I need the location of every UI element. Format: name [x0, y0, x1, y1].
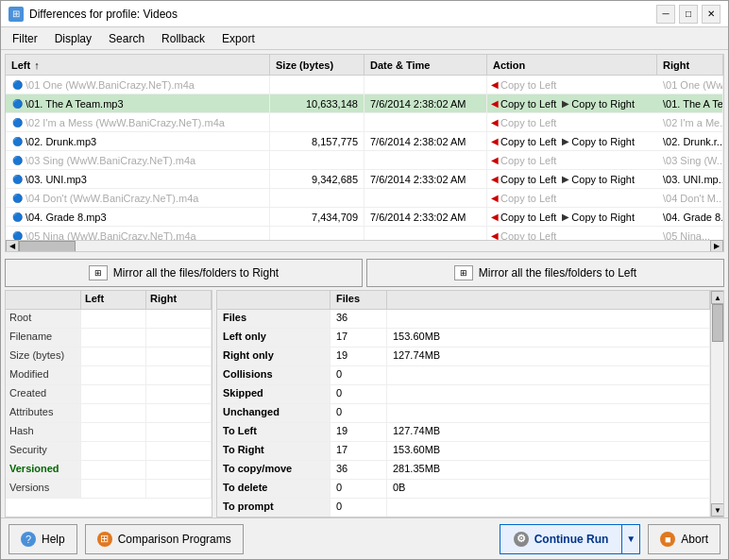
file-datetime: 7/6/2014 2:33:02 AM — [364, 170, 487, 188]
stat-size: 153.60MB — [387, 442, 710, 460]
scroll-track[interactable] — [19, 241, 710, 252]
right-file: \02. Drunk.r... — [657, 132, 723, 150]
action-left-icon: ◀ — [491, 98, 499, 109]
table-row[interactable]: 🔵 \03 Sing (WwW.BaniCrazy.NeT).m4a ◀ Cop… — [6, 151, 723, 170]
comparison-programs-button[interactable]: ⊞ Comparison Programs — [85, 524, 244, 554]
list-item[interactable]: Filename — [6, 329, 212, 348]
file-datetime: 7/6/2014 2:38:02 AM — [364, 132, 487, 150]
list-item[interactable]: Size (bytes) — [6, 348, 212, 366]
file-action: ◀ Copy to Left — [487, 189, 657, 207]
stat-label: To prompt — [217, 499, 331, 517]
stat-value: 19 — [331, 348, 387, 365]
stats-files-col: Files — [331, 291, 387, 309]
list-item[interactable]: Right only 19 127.74MB — [217, 348, 710, 366]
list-item[interactable]: Collisions 0 — [217, 366, 710, 385]
menu-filter[interactable]: Filter — [5, 30, 45, 47]
footer: ? Help ⊞ Comparison Programs ⚙ Continue … — [1, 518, 728, 559]
file-action: ◀ Copy to Left — [487, 113, 657, 131]
scroll-right-icon[interactable]: ▶ — [710, 240, 723, 253]
menu-display[interactable]: Display — [47, 30, 99, 47]
table-row[interactable]: 🔵 \05 Nina (WwW.BaniCrazy.NeT).m4a ◀ Cop… — [6, 227, 723, 240]
abort-icon: ■ — [660, 532, 675, 547]
stats-scrollbar[interactable]: ▲ ▼ — [710, 291, 723, 517]
col-datetime[interactable]: Date & Time — [364, 55, 487, 75]
col-action[interactable]: Action — [487, 55, 657, 75]
list-item[interactable]: Versions — [6, 480, 212, 499]
mirror-right-button[interactable]: ⊞ Mirror all the files/folders to Right — [5, 259, 363, 287]
list-item[interactable]: Root — [6, 310, 212, 329]
scroll-track[interactable] — [711, 304, 723, 503]
scroll-thumb[interactable] — [19, 241, 76, 252]
table-row[interactable]: 🔵 \02 I'm a Mess (WwW.BaniCrazy.NeT).m4a… — [6, 113, 723, 132]
action-left-icon: ◀ — [491, 230, 499, 240]
title-bar-left: ⊞ Differences for profile: Videos — [8, 7, 178, 22]
scroll-left-icon[interactable]: ◀ — [6, 240, 19, 253]
col-right[interactable]: Right — [657, 55, 723, 75]
list-item[interactable]: To copy/move 36 281.35MB — [217, 461, 710, 480]
horizontal-scrollbar[interactable]: ◀ ▶ — [6, 240, 723, 251]
attr-left-val — [81, 310, 146, 328]
list-item[interactable]: To delete 0 0B — [217, 480, 710, 499]
stat-value: 0 — [331, 499, 387, 517]
attr-left-val — [81, 461, 146, 479]
left-file: 🔵 \03 Sing (WwW.BaniCrazy.NeT).m4a — [6, 151, 270, 169]
list-item[interactable]: To prompt 0 — [217, 499, 710, 517]
list-item[interactable]: Left only 17 153.60MB — [217, 329, 710, 348]
close-button[interactable]: ✕ — [702, 5, 721, 24]
table-row[interactable]: 🔵 \01 One (WwW.BaniCrazy.NeT).m4a ◀ Copy… — [6, 76, 723, 94]
list-item[interactable]: Attributes — [6, 404, 212, 423]
attributes-header: Left Right — [6, 291, 212, 310]
file-size: 9,342,685 — [270, 170, 364, 188]
help-button[interactable]: ? Help — [8, 524, 77, 554]
attr-label: Modified — [6, 366, 81, 384]
scroll-thumb[interactable] — [712, 304, 723, 342]
list-item[interactable]: Skipped 0 — [217, 385, 710, 404]
list-item[interactable]: To Right 17 153.60MB — [217, 442, 710, 461]
scroll-down-icon[interactable]: ▼ — [711, 503, 723, 517]
attr-left-val — [81, 404, 146, 422]
file-size — [270, 227, 364, 240]
stat-size — [387, 499, 710, 517]
mirror-left-button[interactable]: ⊞ Mirror all the files/folders to Left — [366, 259, 724, 287]
table-row[interactable]: 🔵 \04 Don't (WwW.BaniCrazy.NeT).m4a ◀ Co… — [6, 189, 723, 208]
action2-label: Copy to Right — [571, 98, 635, 110]
table-row[interactable]: 🔵 \03. UNI.mp3 9,342,685 7/6/2014 2:33:0… — [6, 170, 723, 189]
left-file: 🔵 \04. Grade 8.mp3 — [6, 208, 270, 226]
list-item[interactable]: Created — [6, 385, 212, 404]
stat-size: 0B — [387, 480, 710, 498]
list-item[interactable]: Modified — [6, 366, 212, 385]
file-icon: 🔵 — [11, 98, 23, 110]
stats-header: Files — [217, 291, 710, 310]
list-item[interactable]: Hash — [6, 423, 212, 442]
menu-search[interactable]: Search — [101, 30, 152, 47]
minimize-button[interactable]: ─ — [656, 5, 675, 24]
attr-left-val — [81, 442, 146, 460]
list-item[interactable]: Files 36 — [217, 310, 710, 329]
file-icon: 🔵 — [11, 212, 23, 223]
stat-value: 0 — [331, 404, 387, 422]
attr-label: Hash — [6, 423, 81, 441]
table-row[interactable]: 🔵 \01. The A Team.mp3 10,633,148 7/6/201… — [6, 94, 723, 113]
action-left-icon: ◀ — [491, 155, 499, 165]
continue-dropdown-button[interactable]: ▼ — [621, 524, 640, 554]
col-left[interactable]: Left ↑ — [6, 55, 270, 75]
attr-right-val — [146, 461, 212, 479]
action-left-icon: ◀ — [491, 79, 499, 90]
table-row[interactable]: 🔵 \02. Drunk.mp3 8,157,775 7/6/2014 2:38… — [6, 132, 723, 151]
list-item[interactable]: Security — [6, 442, 212, 461]
scroll-up-icon[interactable]: ▲ — [711, 291, 723, 304]
maximize-button[interactable]: □ — [679, 5, 698, 24]
menu-export[interactable]: Export — [214, 30, 263, 47]
list-item[interactable]: Unchanged 0 — [217, 404, 710, 423]
list-item[interactable]: Versioned — [6, 461, 212, 480]
stat-label: Skipped — [217, 385, 331, 403]
table-row[interactable]: 🔵 \04. Grade 8.mp3 7,434,709 7/6/2014 2:… — [6, 208, 723, 227]
abort-button[interactable]: ■ Abort — [648, 524, 721, 554]
file-datetime: 7/6/2014 2:33:02 AM — [364, 208, 487, 226]
col-size[interactable]: Size (bytes) — [270, 55, 364, 75]
menu-rollback[interactable]: Rollback — [154, 30, 212, 47]
stat-size: 281.35MB — [387, 461, 710, 479]
list-item[interactable]: To Left 19 127.74MB — [217, 423, 710, 442]
continue-run-button[interactable]: ⚙ Continue Run — [500, 524, 622, 554]
action1-label: Copy to Left — [500, 136, 556, 147]
